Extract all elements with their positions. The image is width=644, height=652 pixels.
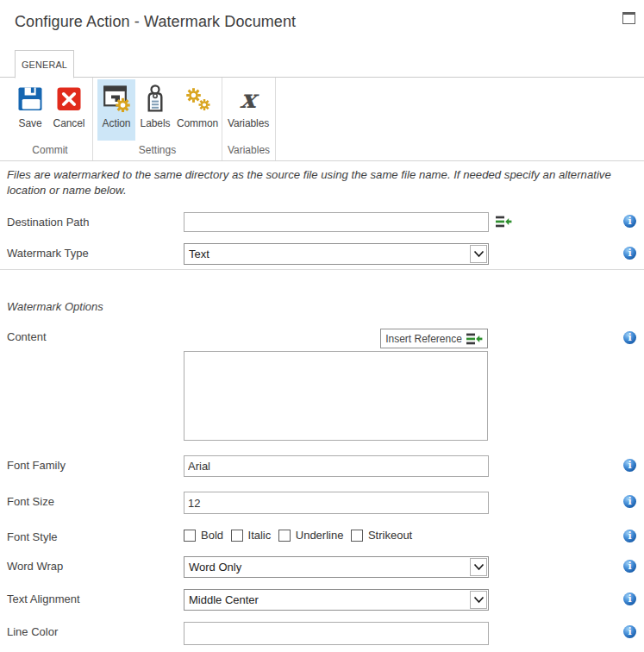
variables-button-label: Variables (228, 117, 269, 129)
ribbon-group-variables: x Variables Variables (222, 78, 276, 160)
text-alignment-dropdown-arrow-icon[interactable] (470, 591, 487, 609)
word-wrap-dropdown-arrow-icon[interactable] (470, 558, 487, 576)
line-color-label: Line Color (7, 625, 58, 638)
font-style-checkbox-group: Bold Italic Underline Strikeout (184, 529, 420, 542)
action-button-label: Action (103, 117, 131, 129)
action-description: Files are watermarked to the same direct… (7, 167, 616, 198)
content-label: Content (7, 330, 47, 343)
content-textarea[interactable] (184, 351, 488, 441)
watermark-type-value: Text (189, 248, 209, 260)
bold-checkbox-label: Bold (201, 529, 223, 542)
word-wrap-select[interactable]: Word Only (184, 556, 489, 578)
variables-button[interactable]: x Variables (226, 79, 271, 141)
insert-reference-button[interactable]: Insert Reference (380, 329, 488, 348)
ribbon: Save Cancel Commit (0, 78, 644, 161)
save-icon (16, 85, 44, 112)
save-button-label: Save (19, 117, 42, 129)
insert-reference-icon[interactable] (496, 216, 512, 231)
ribbon-group-label-commit: Commit (8, 144, 92, 156)
font-family-info-icon[interactable]: i (623, 459, 636, 472)
insert-reference-icon (466, 333, 483, 345)
underline-checkbox[interactable] (278, 530, 291, 542)
labels-icon (141, 85, 169, 112)
action-icon (103, 85, 130, 112)
destination-path-input[interactable] (184, 212, 489, 232)
destination-path-label: Destination Path (7, 216, 89, 229)
font-family-label: Font Family (7, 459, 66, 472)
common-button-label: Common (177, 117, 218, 129)
tab-general[interactable]: GENERAL (15, 50, 74, 78)
cancel-button-label: Cancel (53, 117, 85, 129)
bold-checkbox[interactable] (184, 530, 196, 542)
strikeout-checkbox-label: Strikeout (368, 529, 412, 542)
ribbon-group-commit: Save Cancel Commit (0, 78, 93, 160)
underline-checkbox-label: Underline (296, 529, 344, 542)
maximize-icon[interactable] (622, 12, 635, 24)
insert-reference-button-label: Insert Reference (385, 333, 462, 345)
line-color-info-icon[interactable]: i (623, 625, 636, 638)
text-alignment-value: Middle Center (189, 593, 259, 606)
strikeout-checkbox[interactable] (351, 530, 363, 542)
text-alignment-label: Text Alignment (7, 592, 80, 605)
ribbon-group-settings: Action Labels (93, 78, 222, 160)
font-style-info-icon[interactable]: i (623, 530, 636, 542)
font-size-label: Font Size (7, 495, 54, 508)
cancel-icon (55, 85, 83, 112)
content-info-icon[interactable]: i (623, 331, 636, 344)
watermark-type-dropdown-arrow-icon[interactable] (470, 245, 487, 263)
font-size-input[interactable] (184, 492, 489, 514)
ribbon-group-label-settings: Settings (93, 144, 222, 156)
page-title: Configure Action - Watermark Document (15, 13, 296, 31)
ribbon-group-label-variables: Variables (222, 144, 275, 156)
variables-icon: x (234, 85, 262, 112)
labels-button-label: Labels (141, 117, 171, 129)
common-icon (184, 85, 211, 112)
text-alignment-info-icon[interactable]: i (623, 592, 636, 605)
word-wrap-info-icon[interactable]: i (623, 560, 636, 573)
common-button[interactable]: Common (175, 79, 220, 141)
watermark-type-label: Watermark Type (7, 247, 89, 260)
watermark-type-info-icon[interactable]: i (623, 247, 636, 260)
action-button[interactable]: Action (97, 79, 135, 141)
tab-strip: GENERAL (0, 50, 644, 78)
font-size-info-icon[interactable]: i (623, 495, 636, 508)
text-alignment-select[interactable]: Middle Center (184, 589, 489, 611)
word-wrap-value: Word Only (189, 561, 241, 574)
word-wrap-label: Word Wrap (7, 560, 63, 573)
save-button[interactable]: Save (11, 79, 49, 141)
italic-checkbox-label: Italic (248, 529, 272, 542)
italic-checkbox[interactable] (231, 530, 243, 542)
line-color-input[interactable] (184, 622, 489, 645)
section-separator (0, 269, 644, 270)
cancel-button[interactable]: Cancel (50, 79, 88, 141)
font-style-label: Font Style (7, 530, 58, 543)
watermark-options-heading: Watermark Options (7, 300, 103, 313)
labels-button[interactable]: Labels (136, 79, 174, 141)
font-family-input[interactable] (184, 455, 489, 477)
watermark-type-select[interactable]: Text (184, 243, 489, 265)
destination-path-info-icon[interactable]: i (623, 215, 636, 228)
